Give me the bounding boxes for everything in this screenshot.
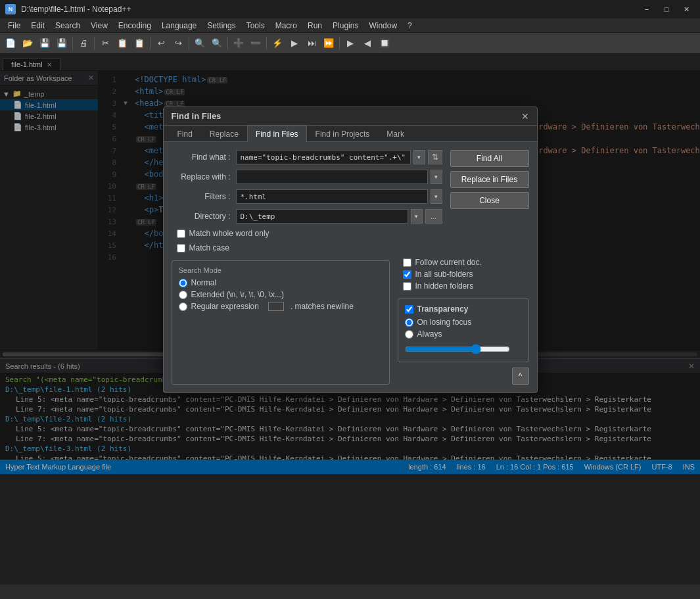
menu-encoding[interactable]: Encoding: [113, 20, 156, 32]
toolbar-sep-5: [227, 37, 228, 50]
find-replace-swap-button[interactable]: ⇅: [428, 150, 442, 164]
menu-file[interactable]: File: [3, 20, 26, 32]
dialog-tab-replace[interactable]: Replace: [201, 126, 247, 142]
window-title: D:\temp\file-1.html - Notepad++: [21, 5, 638, 14]
in-hidden-folders-checkbox[interactable]: [403, 282, 411, 291]
mode-normal-radio[interactable]: [179, 279, 187, 287]
match-case-checkbox[interactable]: [177, 244, 185, 252]
tb-find[interactable]: 🔍: [192, 36, 208, 51]
maximize-button[interactable]: □: [658, 3, 675, 16]
menu-macro[interactable]: Macro: [270, 20, 302, 32]
transparency-checkbox[interactable]: [405, 305, 413, 314]
tb-run[interactable]: ▶: [287, 36, 302, 51]
title-bar: N D:\temp\file-1.html - Notepad++ − □ ✕: [0, 0, 700, 18]
tb-redo[interactable]: ↪: [170, 36, 186, 51]
tb-open[interactable]: 📂: [20, 36, 35, 51]
menu-language[interactable]: Language: [156, 20, 202, 32]
dialog-close-button[interactable]: ✕: [521, 112, 529, 121]
tb-outdent[interactable]: ◀: [360, 36, 375, 51]
directory-dropdown[interactable]: ▾: [411, 209, 423, 224]
filters-input[interactable]: [236, 189, 428, 204]
menu-window[interactable]: Window: [363, 20, 402, 32]
tb-new[interactable]: 📄: [3, 36, 18, 51]
directory-browse-button[interactable]: ...: [425, 209, 442, 224]
match-case-label: Match case: [189, 243, 229, 252]
tb-save-all[interactable]: 💾: [54, 36, 70, 51]
dialog-right-buttons: Find All Replace in Files Close: [450, 150, 529, 252]
match-whole-word-checkbox[interactable]: [177, 229, 185, 238]
find-what-input-wrap: ▾ ⇅: [236, 150, 442, 164]
filters-label: Filters :: [172, 192, 231, 201]
directory-row: Directory : ▾ ...: [172, 209, 442, 224]
follow-current-label: Follow current doc.: [415, 258, 482, 267]
tb-save[interactable]: 💾: [37, 36, 53, 51]
directory-input[interactable]: [236, 209, 408, 224]
dialog-tab-find-in-files[interactable]: Find in Files: [247, 126, 307, 142]
transparency-slider[interactable]: [405, 344, 510, 354]
on-losing-focus-row: On losing focus: [405, 318, 522, 327]
tb-macro-play[interactable]: ⏭: [304, 36, 319, 51]
find-what-input[interactable]: [236, 150, 411, 164]
follow-current-checkbox[interactable]: [403, 258, 411, 267]
dialog-tab-find[interactable]: Find: [169, 126, 201, 142]
replace-with-row: Replace with : ▾: [172, 170, 442, 184]
match-whole-word-label: Match whole word only: [189, 229, 269, 238]
tb-block[interactable]: 🔲: [377, 36, 392, 51]
menu-view[interactable]: View: [85, 20, 113, 32]
menu-run[interactable]: Run: [302, 20, 327, 32]
find-what-label: Find what :: [172, 153, 231, 162]
match-case-row: Match case: [177, 243, 442, 252]
window-controls: − □ ✕: [638, 3, 695, 16]
close-window-button[interactable]: ✕: [678, 3, 695, 16]
menu-help[interactable]: ?: [402, 20, 417, 32]
menu-edit[interactable]: Edit: [26, 20, 50, 32]
menu-search[interactable]: Search: [50, 20, 85, 32]
tb-find-replace[interactable]: 🔍: [209, 36, 225, 51]
scroll-to-top-button[interactable]: ^: [512, 368, 529, 385]
tb-paste[interactable]: 📋: [131, 36, 147, 51]
dialog-tab-find-in-projects[interactable]: Find in Projects: [307, 126, 379, 142]
always-radio[interactable]: [405, 330, 413, 339]
filters-input-wrap: ▾: [236, 189, 442, 204]
folder-options: Follow current doc. In all sub-folders I…: [398, 258, 529, 291]
toolbar-sep-4: [189, 37, 189, 50]
find-what-row: Find what : ▾ ⇅: [172, 150, 442, 164]
on-losing-focus-radio[interactable]: [405, 318, 413, 327]
always-label: Always: [417, 329, 442, 339]
tb-copy[interactable]: 📋: [114, 36, 130, 51]
dialog-body: Find what : ▾ ⇅ Replace with : ▾: [164, 142, 537, 393]
search-mode-box: Search Mode Normal Extended (\n, \r, \t,…: [172, 260, 390, 385]
tb-cut[interactable]: ✂: [97, 36, 113, 51]
in-sub-folders-checkbox[interactable]: [403, 270, 411, 279]
dialog-tab-mark[interactable]: Mark: [378, 126, 413, 142]
dialog-overlay: Find in Files ✕ Find Replace Find in Fil…: [0, 54, 700, 585]
in-hidden-folders-label: In hidden folders: [415, 281, 474, 291]
mode-extended-label: Extended (\n, \r, \t, \0, \x...): [191, 290, 284, 299]
menu-plugins[interactable]: Plugins: [327, 20, 363, 32]
tb-indent[interactable]: ▶: [342, 36, 358, 51]
tb-zoom-in[interactable]: ➕: [231, 36, 246, 51]
tb-print[interactable]: 🖨: [76, 36, 91, 51]
dialog-tabs: Find Replace Find in Files Find in Proje…: [164, 126, 537, 142]
minimize-button[interactable]: −: [638, 3, 655, 16]
mode-regex-radio[interactable]: [179, 302, 187, 311]
replace-with-input[interactable]: [236, 170, 428, 184]
menu-settings[interactable]: Settings: [202, 20, 241, 32]
transparency-label: Transparency: [417, 304, 469, 314]
find-what-dropdown[interactable]: ▾: [413, 150, 425, 164]
replace-in-files-button[interactable]: Replace in Files: [450, 171, 529, 188]
find-all-button[interactable]: Find All: [450, 150, 529, 167]
tb-word-wrap[interactable]: ⏩: [321, 36, 337, 51]
toolbar-sep-1: [72, 37, 73, 50]
tb-undo[interactable]: ↩: [153, 36, 169, 51]
dialog-close-btn[interactable]: Close: [450, 192, 529, 209]
tb-zoom-out[interactable]: ➖: [248, 36, 264, 51]
menu-tools[interactable]: Tools: [241, 20, 270, 32]
menu-bar: File Edit Search View Encoding Language …: [0, 18, 700, 33]
replace-with-dropdown[interactable]: ▾: [431, 170, 442, 184]
mode-regex-row: Regular expression . matches newline: [179, 302, 383, 311]
mode-extended-radio[interactable]: [179, 291, 187, 299]
tb-sync-scroll[interactable]: ⚡: [269, 36, 285, 51]
filters-dropdown[interactable]: ▾: [431, 189, 442, 204]
transparency-header: Transparency: [405, 304, 522, 314]
